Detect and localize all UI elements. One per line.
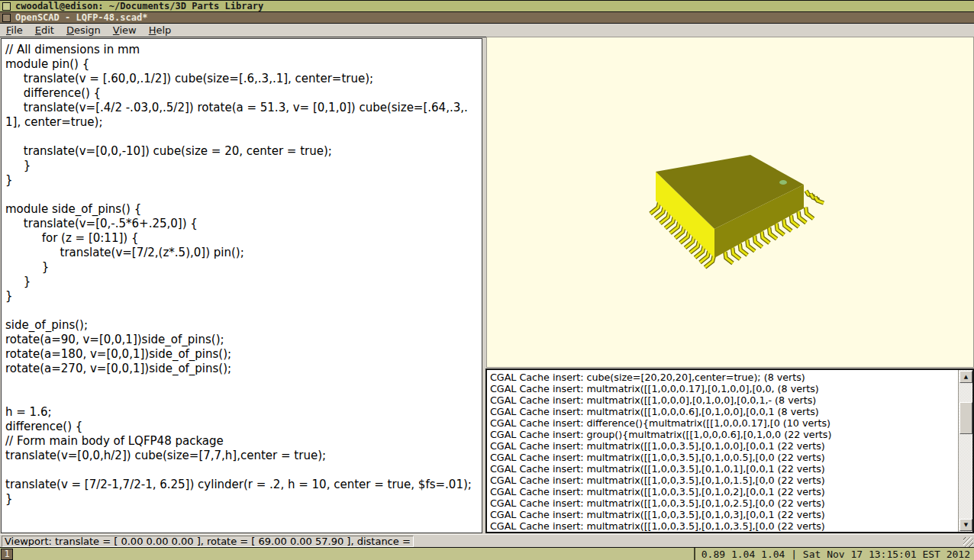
console-log[interactable]: CGAL Cache insert: cube(size=[20,20,20],… — [487, 370, 958, 533]
menu-file[interactable]: File — [0, 24, 29, 37]
workspace-indicator[interactable]: 1 — [1, 549, 13, 560]
menu-help[interactable]: Help — [143, 24, 178, 37]
openscad-title: OpenSCAD - LQFP-48.scad* — [15, 12, 147, 23]
console-panel[interactable]: CGAL Cache insert: cube(size=[20,20,20],… — [485, 369, 974, 533]
chip-3d-svg — [487, 37, 973, 367]
scroll-down-icon[interactable]: ▼ — [959, 519, 972, 531]
terminal-titlebar[interactable]: cwoodall@edison: ~/Documents/3D Parts Li… — [0, 0, 974, 12]
chip-pin1-marker — [779, 180, 787, 185]
menu-edit[interactable]: Edit — [29, 24, 60, 37]
console-scrollbar[interactable]: ▲ ▼ — [958, 370, 972, 532]
taskbar: 1 0.89 1.04 1.04 | Sat Nov 17 13:15:01 E… — [0, 547, 974, 560]
menu-design[interactable]: Design — [60, 24, 107, 37]
window-menu-icon[interactable] — [2, 14, 11, 22]
resize-grip-icon[interactable] — [963, 537, 973, 547]
viewport-status: Viewport: translate = [ 0.00 0.00 0.00 ]… — [2, 536, 414, 547]
3d-viewport[interactable] — [486, 37, 974, 368]
taskbar-clock: 0.89 1.04 1.04 | Sat Nov 17 13:15:01 EST… — [694, 548, 974, 560]
openscad-titlebar[interactable]: OpenSCAD - LQFP-48.scad* — [0, 12, 974, 24]
code-editor[interactable]: // All dimensions in mmmodule pin() { tr… — [1, 38, 482, 533]
window-menu-icon[interactable] — [2, 2, 11, 11]
scroll-up-icon[interactable]: ▲ — [959, 371, 972, 383]
scrollbar-thumb[interactable] — [959, 402, 972, 434]
status-bar: Viewport: translate = [ 0.00 0.00 0.00 ]… — [0, 534, 974, 547]
menu-view[interactable]: View — [107, 24, 143, 37]
menu-bar: File Edit Design View Help — [0, 24, 974, 37]
terminal-title: cwoodall@edison: ~/Documents/3D Parts Li… — [15, 1, 263, 11]
